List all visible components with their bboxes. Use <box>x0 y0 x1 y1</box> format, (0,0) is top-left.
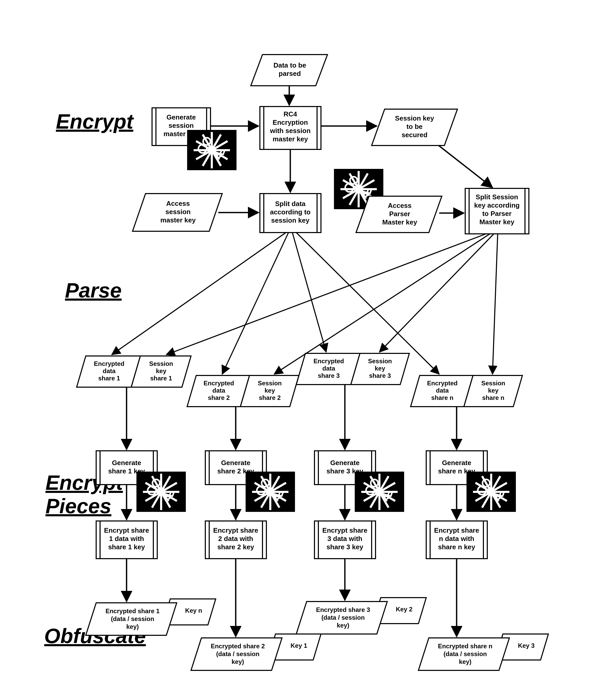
svg-text:Key 3: Key 3 <box>518 642 534 649</box>
node-split-session-key: Split Session key according to Parser Ma… <box>465 189 529 234</box>
svg-text:with session: with session <box>270 127 310 134</box>
key-icon <box>467 472 516 512</box>
svg-text:key: key <box>156 368 167 374</box>
svg-text:Session: Session <box>368 357 392 365</box>
svg-text:session: session <box>166 208 191 216</box>
svg-text:n data with: n data with <box>439 535 474 543</box>
svg-text:3 data with: 3 data with <box>327 535 362 543</box>
pair-share-2: Encrypted data share 2 Session key share… <box>187 375 299 407</box>
svg-text:2 data with: 2 data with <box>218 535 253 543</box>
svg-text:(data / session: (data / session <box>444 650 487 657</box>
svg-text:Split data: Split data <box>275 200 306 208</box>
svg-text:share 1 key: share 1 key <box>108 543 145 551</box>
svg-text:Encrypted share n: Encrypted share n <box>438 643 492 650</box>
node-access-parser-master-key: Access Parser Master key <box>356 196 442 232</box>
svg-text:share n key: share n key <box>438 543 475 551</box>
pair-share-n: Encrypted data share n Session key share… <box>410 375 522 407</box>
svg-text:Session: Session <box>149 360 173 367</box>
svg-text:Encrypt share: Encrypt share <box>213 526 258 534</box>
svg-text:according to: according to <box>270 208 310 216</box>
node-encrypt-share-3: Encrypt share 3 data with share 3 key <box>315 521 376 559</box>
svg-text:key): key) <box>231 658 244 665</box>
svg-text:Key 2: Key 2 <box>396 606 413 613</box>
svg-line-99 <box>166 234 486 355</box>
svg-text:session: session <box>169 122 194 129</box>
svg-text:Master key: Master key <box>479 218 515 226</box>
svg-text:key): key) <box>126 623 139 630</box>
key-icon <box>136 472 186 512</box>
svg-text:Generate: Generate <box>221 459 251 467</box>
svg-text:Encrypted share 2: Encrypted share 2 <box>211 643 265 650</box>
pair-share-1: Encrypted data share 1 Session key share… <box>77 356 191 387</box>
section-parse: Parse <box>65 279 122 302</box>
svg-text:secured: secured <box>401 131 427 139</box>
output-share-2: Encrypted share 2 (data / session key) K… <box>191 634 321 670</box>
svg-text:1 data with: 1 data with <box>109 535 144 543</box>
svg-text:Encrypted share 3: Encrypted share 3 <box>316 606 370 613</box>
svg-text:share 1: share 1 <box>150 375 172 382</box>
output-share-3: Encrypted share 3 (data / session key) K… <box>296 598 426 634</box>
svg-text:Generate: Generate <box>112 459 141 467</box>
svg-line-101 <box>379 234 494 352</box>
svg-text:Encrypted: Encrypted <box>314 357 344 365</box>
svg-text:Encryption: Encryption <box>273 119 308 126</box>
node-encrypt-share-2: Encrypt share 2 data with share 2 key <box>205 521 266 559</box>
svg-text:Key 1: Key 1 <box>291 642 307 649</box>
section-encrypt-pieces-2: Pieces <box>46 495 111 518</box>
output-share-n: Encrypted share n (data / session key) K… <box>418 634 548 670</box>
node-encrypt-share-n: Encrypt share n data with share n key <box>426 521 487 559</box>
svg-text:share 2: share 2 <box>259 394 281 401</box>
svg-text:(data / session: (data / session <box>216 650 259 657</box>
svg-text:share 3 key: share 3 key <box>326 543 363 551</box>
svg-text:RC4: RC4 <box>283 110 297 118</box>
svg-text:Session key: Session key <box>395 114 434 122</box>
svg-text:Encrypted: Encrypted <box>94 360 124 367</box>
svg-text:Encrypted: Encrypted <box>203 380 234 386</box>
svg-text:key: key <box>375 365 385 372</box>
svg-text:share n: share n <box>431 394 453 401</box>
svg-text:data: data <box>322 365 335 372</box>
svg-text:Encrypt share: Encrypt share <box>434 526 479 534</box>
svg-text:to Parser: to Parser <box>482 210 512 218</box>
svg-text:parsed: parsed <box>279 70 301 77</box>
svg-text:Split Session: Split Session <box>476 193 518 201</box>
node-encrypt-share-1: Encrypt share 1 data with share 1 key <box>96 521 157 559</box>
svg-text:master key: master key <box>273 135 308 143</box>
pair-share-3: Encrypted data share 3 Session key share… <box>296 353 409 384</box>
svg-text:session key: session key <box>271 217 309 224</box>
svg-text:key): key) <box>459 658 471 665</box>
svg-text:Generate: Generate <box>167 113 196 121</box>
svg-text:key: key <box>488 387 499 394</box>
node-rc4-encryption: RC4 Encryption with session master key <box>260 106 321 149</box>
svg-text:master key: master key <box>160 216 196 224</box>
svg-text:(data / session: (data / session <box>111 615 154 622</box>
svg-text:Generate: Generate <box>330 459 360 467</box>
node-data-to-be-parsed: Data to be parsed <box>251 55 327 86</box>
svg-text:data: data <box>212 387 225 394</box>
svg-text:Session: Session <box>258 380 282 386</box>
svg-text:Key n: Key n <box>185 607 202 614</box>
svg-text:key according: key according <box>474 201 520 209</box>
svg-text:Encrypt share: Encrypt share <box>322 526 367 534</box>
svg-text:Data to be: Data to be <box>273 61 306 69</box>
svg-line-97 <box>292 232 326 352</box>
node-session-key-to-be-secured: Session key to be secured <box>372 109 457 146</box>
svg-text:Encrypted share 1: Encrypted share 1 <box>105 607 159 615</box>
node-access-session-master-key: Access session master key <box>132 194 222 231</box>
svg-text:Parser: Parser <box>389 210 410 218</box>
svg-text:Master key: Master key <box>382 218 417 226</box>
svg-text:share 1: share 1 <box>98 375 120 382</box>
svg-text:share 3: share 3 <box>318 372 340 379</box>
key-icon <box>246 472 295 512</box>
svg-line-61 <box>439 146 493 188</box>
svg-text:share 2 key: share 2 key <box>217 543 254 551</box>
svg-text:key: key <box>265 387 275 394</box>
svg-text:Access: Access <box>388 202 412 209</box>
section-encrypt: Encrypt <box>56 110 134 133</box>
svg-text:key): key) <box>337 622 349 629</box>
svg-text:Encrypted: Encrypted <box>427 380 457 386</box>
svg-text:data: data <box>436 387 449 394</box>
flowchart-canvas: Encrypt Parse Encrypt Pieces Obfuscate D… <box>0 0 598 700</box>
svg-text:share n: share n <box>482 394 504 401</box>
key-icon <box>187 130 236 170</box>
